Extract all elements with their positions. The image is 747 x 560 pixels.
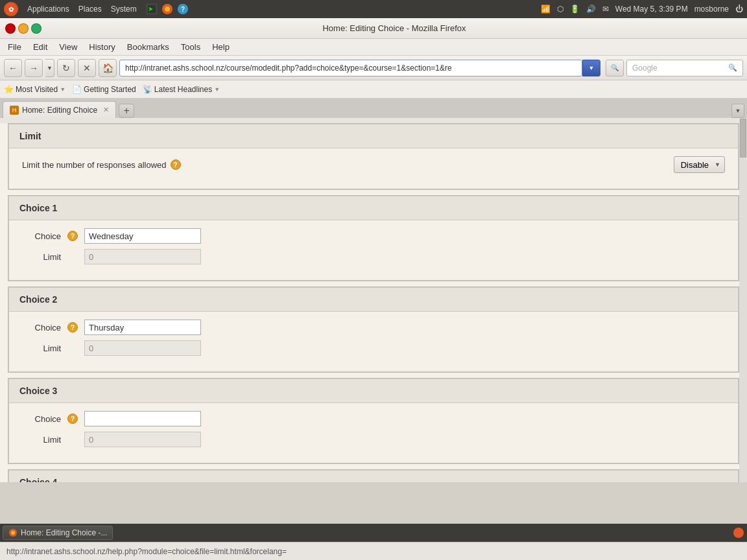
taskbar-firefox-icon <box>8 528 18 537</box>
limit-help-icon[interactable]: ? <box>171 159 181 170</box>
terminal-icon[interactable] <box>146 3 158 15</box>
url-dropdown[interactable]: ▼ <box>582 60 600 76</box>
power-icon[interactable]: ⏻ <box>735 5 743 14</box>
reload-button[interactable]: ↻ <box>57 59 75 77</box>
stop-button[interactable]: ✕ <box>78 59 96 77</box>
back-dropdown[interactable]: ▼ <box>45 59 54 77</box>
svg-point-2 <box>165 6 170 12</box>
choice1-choice-label: Choice <box>22 231 61 241</box>
help-icon-sys[interactable]: ? <box>177 3 189 15</box>
bookmark-rss-icon: 📡 <box>143 85 152 94</box>
choice3-help-icon[interactable]: ? <box>67 414 78 424</box>
bookmark-headlines-dropdown[interactable]: ▼ <box>214 86 220 93</box>
choice2-help-icon[interactable]: ? <box>67 322 78 332</box>
title-bar: Home: Editing Choice - Mozilla Firefox <box>0 18 747 39</box>
limit-section-body: Limit the number of responses allowed ? … <box>8 148 739 189</box>
search-engine-icon[interactable]: 🔍 <box>606 60 624 76</box>
applications-menu[interactable]: Applications <box>27 5 69 14</box>
places-menu[interactable]: Places <box>78 5 102 14</box>
scrollbar-track[interactable] <box>739 118 747 482</box>
choice2-choice-label: Choice <box>22 323 61 332</box>
choice1-body: Choice ? Limit <box>8 220 739 281</box>
close-button[interactable] <box>5 23 16 34</box>
back-button[interactable]: ← <box>4 59 22 77</box>
forward-button[interactable]: → <box>25 59 43 77</box>
system-bar: ✿ Applications Places System ? 📶 ⬡ 🔋 🔊 ✉… <box>0 0 747 18</box>
choice1-help-icon[interactable]: ? <box>67 231 78 241</box>
choice3-limit-label: Limit <box>22 435 61 445</box>
svg-point-6 <box>11 531 15 535</box>
bookmark-getting-started[interactable]: 📄 Getting Started <box>72 85 136 94</box>
choice3-choice-row: Choice ? <box>22 411 725 426</box>
username-display: mosborne <box>694 5 729 14</box>
battery-icon: 🔋 <box>570 5 580 14</box>
menu-help[interactable]: Help <box>207 41 235 53</box>
taskbar-firefox-item[interactable]: Home: Editing Choice -... <box>3 526 113 540</box>
choice1-header: Choice 1 <box>8 196 739 220</box>
tabs-list-button[interactable]: ▼ <box>731 104 744 118</box>
active-tab[interactable]: H Home: Editing Choice ✕ <box>3 101 116 118</box>
menu-bookmarks[interactable]: Bookmarks <box>122 41 174 53</box>
tabs-bar: H Home: Editing Choice ✕ + ▼ <box>0 99 747 118</box>
limit-section: Limit Limit the number of responses allo… <box>8 123 739 190</box>
disable-dropdown[interactable]: Disable <box>674 156 725 173</box>
choice3-section: Choice 3 Choice ? Limit <box>8 378 739 464</box>
choice3-choice-input[interactable] <box>84 411 201 426</box>
system-menu[interactable]: System <box>111 5 137 14</box>
choice1-choice-input[interactable] <box>84 228 201 244</box>
limit-field-row: Limit the number of responses allowed ? … <box>22 156 725 173</box>
minimize-button[interactable] <box>18 23 29 34</box>
choice4-section: Choice 4 Choice ? Limit <box>8 469 739 482</box>
ubuntu-icon[interactable]: ✿ <box>4 2 18 16</box>
menu-file[interactable]: File <box>3 41 27 53</box>
svg-text:?: ? <box>181 6 185 13</box>
choice1-limit-label: Limit <box>22 252 61 262</box>
new-tab-button[interactable]: + <box>119 104 134 118</box>
choice3-limit-row: Limit <box>22 432 725 447</box>
tab-close-button[interactable]: ✕ <box>103 106 109 114</box>
choice3-choice-label: Choice <box>22 414 61 424</box>
menu-view[interactable]: View <box>54 41 82 53</box>
url-bar[interactable]: http://intranet.ashs.school.nz/course/mo… <box>119 60 582 76</box>
bookmark-most-visited[interactable]: ⭐ Most Visited ▼ <box>4 85 65 94</box>
nav-bar: ← → ▼ ↻ ✕ 🏠 http://intranet.ashs.school.… <box>0 56 747 80</box>
limit-section-header: Limit <box>8 124 739 148</box>
datetime-display: Wed May 5, 3:39 PM <box>615 5 688 14</box>
choice2-body: Choice ? Limit <box>8 312 739 372</box>
status-url: http://intranet.ashs.school.nz/help.php?… <box>6 547 287 556</box>
choice1-choice-row: Choice ? <box>22 228 725 244</box>
choice3-limit-input[interactable] <box>84 432 201 447</box>
firefox-taskbar-icon[interactable] <box>161 3 173 15</box>
taskbar: Home: Editing Choice -... <box>0 524 747 542</box>
choice2-header: Choice 2 <box>8 287 739 312</box>
choice2-limit-label: Limit <box>22 344 61 353</box>
search-bar[interactable]: Google 🔍 <box>626 60 743 76</box>
bookmarks-bar: ⭐ Most Visited ▼ 📄 Getting Started 📡 Lat… <box>0 80 747 99</box>
search-placeholder: Google <box>632 64 658 73</box>
choice1-section: Choice 1 Choice ? Limit <box>8 195 739 281</box>
scrollbar-thumb[interactable] <box>740 119 746 158</box>
choice1-limit-input[interactable] <box>84 249 201 264</box>
page-area[interactable]: Limit Limit the number of responses allo… <box>0 118 747 482</box>
bookmark-dropdown-icon[interactable]: ▼ <box>60 86 65 93</box>
search-icon: 🔍 <box>728 64 737 72</box>
home-button[interactable]: 🏠 <box>99 59 117 77</box>
menu-tools[interactable]: Tools <box>176 41 206 53</box>
taskbar-ubuntu-icon[interactable] <box>733 527 744 539</box>
choice2-choice-input[interactable] <box>84 320 201 335</box>
window-title: Home: Editing Choice - Mozilla Firefox <box>47 23 742 33</box>
page-content: Limit Limit the number of responses allo… <box>0 123 747 482</box>
menu-edit[interactable]: Edit <box>28 41 53 53</box>
limit-field-label: Limit the number of responses allowed ? <box>22 159 667 170</box>
choice3-body: Choice ? Limit <box>8 403 739 463</box>
bookmark-latest-headlines[interactable]: 📡 Latest Headlines ▼ <box>143 85 220 94</box>
taskbar-item-label: Home: Editing Choice -... <box>21 528 107 537</box>
choice2-limit-input[interactable] <box>84 340 201 356</box>
window-controls <box>5 23 42 34</box>
choice3-header: Choice 3 <box>8 379 739 403</box>
maximize-button[interactable] <box>31 23 42 34</box>
tab-title: Home: Editing Choice <box>22 106 97 115</box>
bookmark-page-icon: 📄 <box>72 85 82 94</box>
choice2-section: Choice 2 Choice ? Limit <box>8 286 739 373</box>
menu-history[interactable]: History <box>84 41 120 53</box>
